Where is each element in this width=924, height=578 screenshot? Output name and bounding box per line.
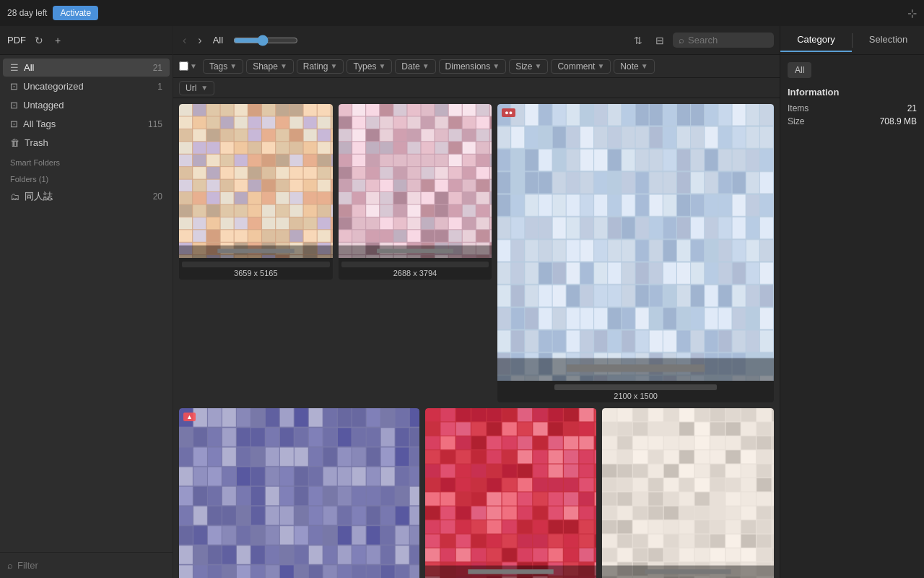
sort-button[interactable]: ⇅ bbox=[629, 32, 647, 49]
trash-icon: 🗑 bbox=[10, 137, 19, 148]
tab-selection[interactable]: Selection bbox=[853, 28, 924, 52]
folder-icon: 🗂 bbox=[10, 191, 19, 202]
gallery-thumb-5 bbox=[425, 408, 597, 578]
all-tags-icon: ⊡ bbox=[10, 118, 18, 129]
sidebar-item-uncategorized[interactable]: ⊡ Uncategorized 1 bbox=[3, 77, 170, 95]
sidebar-item-all-tags[interactable]: ⊡ All Tags 115 bbox=[3, 115, 170, 133]
sidebar-item-all-count: 21 bbox=[153, 63, 162, 73]
gallery-item-6[interactable]: 1240 x 1750 bbox=[602, 408, 774, 578]
sidebar-header-label: PDF bbox=[7, 35, 26, 46]
gallery-filename-1 bbox=[182, 262, 330, 267]
gallery-thumb-2 bbox=[339, 104, 492, 258]
tab-category[interactable]: Category bbox=[780, 28, 852, 52]
folders-label: Folders (1) bbox=[0, 169, 173, 186]
top-bar: 28 day left Activate ⊹ bbox=[0, 0, 924, 26]
gallery-info-2: 2688 x 3794 bbox=[339, 258, 492, 280]
gallery-item-3[interactable]: ●● 2100 x 1500 bbox=[497, 104, 774, 402]
sidebar-header: PDF ↻ + bbox=[0, 26, 173, 55]
panel-info-size: Size 708.9 MB bbox=[788, 115, 917, 128]
right-panel: Category Selection All Information Items… bbox=[780, 26, 924, 578]
gallery-item-4[interactable]: ▲ 2100 x 1500 bbox=[179, 408, 419, 578]
zoom-slider-container bbox=[233, 35, 298, 46]
folder-count: 20 bbox=[153, 191, 162, 202]
sidebar-item-all-tags-label: All Tags bbox=[23, 118, 56, 129]
filter-button[interactable]: ⊟ bbox=[651, 32, 668, 49]
rating-chevron: ▼ bbox=[330, 62, 337, 70]
note-chevron: ▼ bbox=[641, 62, 648, 70]
gallery-item-5[interactable]: 1080 x 1517 bbox=[425, 408, 597, 578]
size-value: 708.9 MB bbox=[880, 116, 917, 126]
view-label: All bbox=[210, 35, 226, 46]
forward-button[interactable]: › bbox=[194, 33, 205, 48]
items-label: Items bbox=[788, 103, 808, 113]
panel-info-items: Items 21 bbox=[788, 102, 917, 115]
sidebar-items: ☰ All 21 ⊡ Uncategorized 1 ⊡ Untagged ⊡ … bbox=[0, 55, 173, 552]
gallery-dims-1: 3659 x 5165 bbox=[182, 269, 330, 277]
sidebar-item-trash-label: Trash bbox=[25, 137, 48, 148]
gallery-thumb-6 bbox=[602, 408, 774, 578]
gallery-item-1[interactable]: 3659 x 5165 bbox=[179, 104, 333, 402]
sidebar-item-untagged[interactable]: ⊡ Untagged bbox=[3, 96, 170, 114]
panel-tabs: Category Selection bbox=[780, 26, 924, 55]
rating-filter[interactable]: Rating ▼ bbox=[297, 59, 344, 74]
dimensions-chevron: ▼ bbox=[492, 62, 500, 70]
gallery-tag-4: ▲ bbox=[183, 413, 196, 421]
url-chevron: ▼ bbox=[201, 84, 208, 92]
gallery: 3659 x 5165 2688 x 3794 bbox=[173, 98, 780, 578]
date-filter[interactable]: Date ▼ bbox=[395, 59, 435, 74]
types-chevron: ▼ bbox=[378, 62, 385, 70]
sidebar-add-button[interactable]: + bbox=[52, 33, 64, 48]
sidebar: PDF ↻ + ☰ All 21 ⊡ Uncategorized 1 ⊡ Unt… bbox=[0, 26, 173, 578]
sidebar-item-untagged-label: Untagged bbox=[23, 100, 64, 111]
date-chevron: ▼ bbox=[422, 62, 430, 70]
size-chevron: ▼ bbox=[535, 62, 542, 70]
items-value: 21 bbox=[907, 103, 917, 113]
sidebar-item-all[interactable]: ☰ All 21 bbox=[3, 59, 170, 77]
comment-filter[interactable]: Comment ▼ bbox=[551, 59, 611, 74]
dimensions-filter[interactable]: Dimensions ▼ bbox=[439, 59, 507, 74]
zoom-slider[interactable] bbox=[233, 35, 298, 46]
shape-filter[interactable]: Shape ▼ bbox=[246, 59, 294, 74]
sidebar-item-uncategorized-label: Uncategorized bbox=[23, 81, 84, 92]
gallery-info-3: 2100 x 1500 bbox=[497, 381, 774, 402]
tags-filter[interactable]: Tags ▼ bbox=[203, 59, 243, 74]
back-button[interactable]: ‹ bbox=[179, 33, 190, 48]
select-all-checkbox[interactable] bbox=[179, 61, 188, 71]
search-box: ⌕ bbox=[673, 33, 774, 48]
sidebar-item-all-label: All bbox=[24, 62, 34, 73]
gallery-dims-2: 2688 x 3794 bbox=[341, 269, 489, 277]
search-input[interactable] bbox=[688, 35, 760, 46]
comment-chevron: ▼ bbox=[597, 62, 604, 70]
size-filter[interactable]: Size ▼ bbox=[509, 59, 548, 74]
sidebar-folder-doujinshi[interactable]: 🗂 同人誌 20 bbox=[3, 186, 170, 207]
trial-text: 28 day left bbox=[7, 8, 47, 18]
filter-row2: Url ▼ bbox=[173, 78, 780, 98]
gallery-item-2[interactable]: 2688 x 3794 bbox=[339, 104, 492, 402]
gallery-dims-3: 2100 x 1500 bbox=[500, 392, 771, 400]
filter-search-icon: ⌕ bbox=[7, 560, 13, 571]
url-filter[interactable]: Url ▼ bbox=[179, 81, 214, 95]
types-filter[interactable]: Types ▼ bbox=[346, 59, 392, 74]
filter-row: ▼ Tags ▼ Shape ▼ Rating ▼ Types ▼ Date ▼ bbox=[173, 55, 780, 78]
sidebar-item-trash[interactable]: 🗑 Trash bbox=[3, 134, 170, 152]
all-icon: ☰ bbox=[10, 62, 19, 73]
gallery-tag-3: ●● bbox=[502, 108, 515, 117]
gallery-row2: ▲ 2100 x 1500 1080 x 1517 bbox=[179, 408, 774, 578]
main-layout: PDF ↻ + ☰ All 21 ⊡ Uncategorized 1 ⊡ Unt… bbox=[0, 26, 924, 578]
toolbar: ‹ › All ⇅ ⊟ ⌕ bbox=[173, 26, 780, 55]
sidebar-filter: ⌕ bbox=[0, 552, 173, 578]
panel-content: All Information Items 21 Size 708.9 MB bbox=[780, 55, 924, 135]
tags-chevron: ▼ bbox=[230, 62, 237, 70]
folder-label: 同人誌 bbox=[25, 190, 53, 203]
panel-all-chip[interactable]: All bbox=[788, 62, 811, 78]
smart-folders-label: Smart Folders bbox=[0, 152, 173, 169]
panel-info-title: Information bbox=[788, 87, 917, 98]
untagged-icon: ⊡ bbox=[10, 100, 18, 111]
activate-button[interactable]: Activate bbox=[53, 6, 98, 20]
sidebar-refresh-button[interactable]: ↻ bbox=[32, 33, 46, 48]
filter-input[interactable] bbox=[17, 560, 165, 571]
window-close-button[interactable]: ⊹ bbox=[907, 7, 917, 20]
content-area: ‹ › All ⇅ ⊟ ⌕ ▼ Tags ▼ bbox=[173, 26, 780, 578]
note-filter[interactable]: Note ▼ bbox=[614, 59, 654, 74]
sidebar-item-uncategorized-count: 1 bbox=[157, 82, 162, 92]
